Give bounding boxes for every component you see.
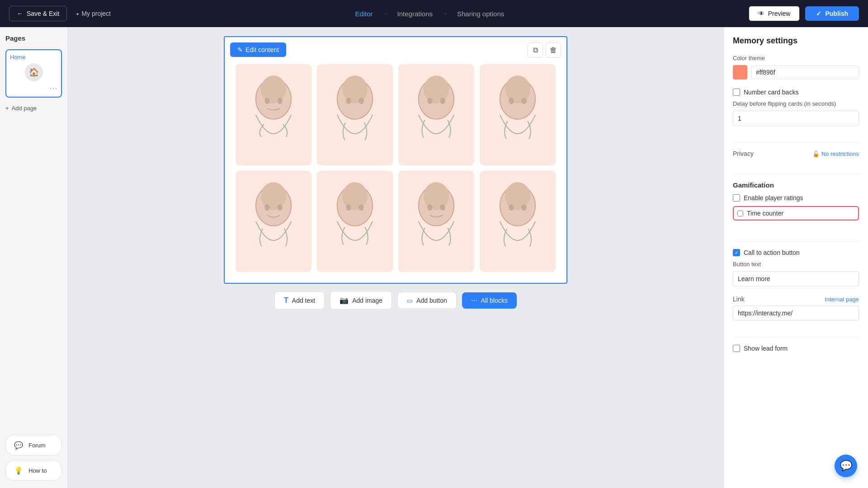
svg-point-4 bbox=[277, 98, 282, 104]
number-card-backs-checkbox[interactable] bbox=[733, 89, 740, 96]
add-text-button[interactable]: T Add text bbox=[274, 291, 325, 310]
svg-point-7 bbox=[342, 75, 368, 103]
svg-point-34 bbox=[440, 204, 445, 211]
svg-point-2 bbox=[261, 75, 286, 103]
chat-icon: 💬 bbox=[840, 460, 852, 472]
top-navigation: ← Save & Exit ● My project Editor → Inte… bbox=[0, 0, 868, 27]
button-text-section: Button text bbox=[733, 261, 859, 286]
color-hex-input[interactable] bbox=[751, 66, 859, 79]
arrow-icon-2: → bbox=[442, 10, 448, 17]
show-lead-form-row: Show lead form bbox=[733, 345, 859, 352]
call-to-action-checkbox-checked[interactable]: ✓ bbox=[733, 249, 740, 256]
svg-point-24 bbox=[277, 204, 282, 211]
edit-content-button[interactable]: ✎ Edit content bbox=[230, 42, 286, 57]
color-swatch[interactable] bbox=[733, 65, 747, 80]
time-counter-row: Time counter bbox=[733, 206, 859, 221]
page-card-more-button[interactable]: ⋯ bbox=[10, 83, 57, 93]
color-theme-section: Color theme bbox=[733, 55, 859, 80]
memory-card-4[interactable] bbox=[480, 64, 556, 165]
panel-title: Memory settings bbox=[733, 36, 859, 46]
gamification-title: Gamification bbox=[733, 181, 859, 189]
nav-tabs: Editor → Integrations → Sharing options bbox=[120, 8, 740, 19]
text-icon: T bbox=[284, 296, 288, 305]
tab-integrations[interactable]: Integrations bbox=[394, 8, 436, 19]
internal-page-link[interactable]: Internal page bbox=[825, 296, 859, 303]
preview-button[interactable]: 👁 Preview bbox=[749, 6, 800, 21]
forum-icon: 💬 bbox=[12, 439, 25, 451]
svg-point-27 bbox=[342, 182, 368, 210]
memory-card-3[interactable] bbox=[398, 64, 474, 165]
duplicate-button[interactable]: ⧉ bbox=[528, 42, 543, 58]
link-label: Link bbox=[733, 296, 745, 303]
svg-point-12 bbox=[424, 75, 449, 103]
tab-sharing-options[interactable]: Sharing options bbox=[453, 8, 508, 19]
show-lead-form-checkbox[interactable] bbox=[733, 345, 740, 352]
tab-editor[interactable]: Editor bbox=[351, 8, 376, 19]
delete-button[interactable]: 🗑 bbox=[546, 42, 561, 58]
link-url-input[interactable] bbox=[733, 305, 859, 321]
privacy-label: Privacy bbox=[733, 150, 754, 157]
delay-section: Delay before flipping cards (in seconds) bbox=[733, 100, 859, 126]
add-image-button[interactable]: 📷 Add image bbox=[330, 291, 392, 310]
svg-point-37 bbox=[505, 182, 530, 210]
button-text-input[interactable] bbox=[733, 271, 859, 286]
show-lead-form-label: Show lead form bbox=[744, 345, 788, 352]
color-theme-label: Color theme bbox=[733, 55, 859, 61]
add-button-button[interactable]: ▭ Add button bbox=[397, 292, 457, 309]
svg-point-13 bbox=[427, 98, 432, 104]
page-card-label: Home bbox=[10, 54, 57, 61]
svg-point-14 bbox=[440, 98, 445, 104]
chat-button[interactable]: 💬 bbox=[835, 455, 857, 477]
page-card-home[interactable]: Home 🏠 ⋯ bbox=[5, 49, 62, 98]
privacy-row: Privacy 🔓 No restrictions bbox=[733, 150, 859, 157]
time-counter-checkbox[interactable] bbox=[737, 211, 743, 216]
dot-icon: ● bbox=[76, 11, 79, 16]
main-layout: Pages Home 🏠 ⋯ + Add page 💬 Forum 💡 How … bbox=[0, 27, 868, 488]
memory-card-1[interactable] bbox=[236, 64, 311, 165]
svg-point-19 bbox=[521, 98, 526, 104]
memory-card-8[interactable] bbox=[480, 171, 556, 272]
sidebar-bottom: 💬 Forum 💡 How to bbox=[5, 435, 62, 481]
svg-point-3 bbox=[264, 98, 269, 104]
button-text-label: Button text bbox=[733, 261, 859, 267]
divider-3 bbox=[733, 241, 859, 242]
enable-player-ratings-checkbox[interactable] bbox=[733, 194, 740, 202]
color-row bbox=[733, 65, 859, 80]
enable-player-ratings-label: Enable player ratings bbox=[744, 194, 803, 202]
no-restrictions-link[interactable]: 🔓 No restrictions bbox=[812, 150, 859, 157]
svg-point-23 bbox=[264, 204, 269, 211]
forum-button[interactable]: 💬 Forum bbox=[5, 435, 62, 455]
link-section: Link Internal page bbox=[733, 296, 859, 321]
how-to-button[interactable]: 💡 How to bbox=[5, 460, 62, 481]
svg-point-17 bbox=[505, 75, 530, 103]
memory-card-5[interactable] bbox=[236, 171, 311, 272]
memory-card-2[interactable] bbox=[317, 64, 393, 165]
arrow-icon-1: → bbox=[382, 10, 388, 17]
memory-card-7[interactable] bbox=[398, 171, 474, 272]
delay-label: Delay before flipping cards (in seconds) bbox=[733, 100, 859, 107]
save-exit-button[interactable]: ← Save & Exit bbox=[9, 6, 67, 21]
svg-point-32 bbox=[424, 182, 449, 210]
back-icon: ← bbox=[17, 10, 23, 17]
pages-title: Pages bbox=[5, 34, 62, 42]
delay-input[interactable] bbox=[733, 111, 859, 126]
publish-button[interactable]: ✓ Publish bbox=[805, 6, 859, 21]
project-name: ● My project bbox=[76, 10, 111, 17]
button-icon: ▭ bbox=[407, 297, 413, 304]
all-blocks-button[interactable]: ⋯ All blocks bbox=[462, 292, 517, 309]
divider-1 bbox=[733, 142, 859, 143]
divider-2 bbox=[733, 174, 859, 174]
svg-point-8 bbox=[346, 98, 351, 104]
image-icon: 📷 bbox=[340, 296, 349, 305]
nav-right-actions: 👁 Preview ✓ Publish bbox=[749, 6, 859, 21]
memory-card-6[interactable] bbox=[317, 171, 393, 272]
lock-icon: 🔓 bbox=[812, 150, 820, 157]
add-page-button[interactable]: + Add page bbox=[5, 105, 62, 112]
check-icon: ✓ bbox=[816, 10, 821, 17]
svg-point-22 bbox=[261, 182, 286, 210]
grid-icon: ⋯ bbox=[471, 297, 477, 304]
svg-point-39 bbox=[521, 204, 526, 211]
bottom-toolbar: T Add text 📷 Add image ▭ Add button ⋯ Al… bbox=[274, 291, 517, 310]
link-row: Link Internal page bbox=[733, 296, 859, 303]
call-to-action-label: Call to action button bbox=[744, 249, 800, 256]
